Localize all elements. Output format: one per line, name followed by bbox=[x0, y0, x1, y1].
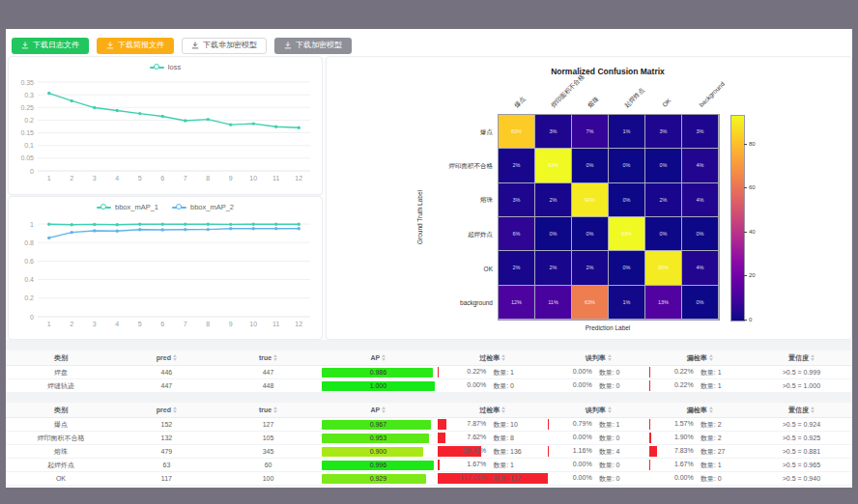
column-header-true[interactable]: true bbox=[217, 403, 319, 418]
cell-misjudge-rate: 1.16%数量: 4 bbox=[548, 445, 649, 459]
column-header-漏检率[interactable]: 漏检率 bbox=[649, 403, 751, 418]
column-header-pred[interactable]: pred bbox=[116, 403, 217, 418]
sort-icon[interactable] bbox=[811, 354, 815, 361]
column-label: 熔珠 bbox=[586, 95, 602, 110]
cell-true: 105 bbox=[217, 432, 319, 445]
table-row: 焊缝轨迹4474481.0000.00%数量: 00.00%数量: 00.22%… bbox=[6, 379, 852, 393]
heatmap-cell: 93% bbox=[609, 217, 644, 250]
download-encrypted-model-button[interactable]: 下载加密模型 bbox=[274, 38, 352, 54]
column-header-过检率[interactable]: 过检率 bbox=[438, 350, 548, 366]
rate-count: 数量: 0 bbox=[599, 381, 634, 391]
sort-up-icon bbox=[709, 354, 713, 357]
loss-chart-card: loss 00.050.10.150.20.250.30.35123456789… bbox=[8, 56, 323, 195]
rate-percent: 117.00% bbox=[457, 474, 486, 484]
heatmap-cell: 12% bbox=[499, 286, 534, 319]
cell-overdetect-rate: 7.62%数量: 8 bbox=[438, 432, 548, 445]
sort-icon[interactable] bbox=[501, 406, 505, 413]
cell-true: 345 bbox=[217, 445, 319, 459]
colorbar-tick-label: 40 bbox=[749, 229, 756, 235]
sort-icon[interactable] bbox=[173, 354, 177, 361]
heatmap-cell: 13% bbox=[645, 286, 681, 319]
y-tick-label: 1 bbox=[30, 221, 34, 228]
column-header-AP[interactable]: AP bbox=[319, 350, 438, 366]
sort-icon[interactable] bbox=[273, 406, 277, 413]
x-tick-label: 11 bbox=[272, 321, 279, 327]
legend-label: bbox_mAP_2 bbox=[190, 203, 234, 211]
cell-confidence: >0.5 = 0.881 bbox=[751, 445, 852, 459]
legend-item-loss[interactable]: loss bbox=[150, 63, 181, 71]
column-header-误判率[interactable]: 误判率 bbox=[548, 403, 649, 418]
cell-pred: 132 bbox=[116, 432, 217, 445]
x-tick-label: 10 bbox=[249, 321, 257, 327]
cell-pred: 446 bbox=[116, 366, 217, 379]
ap-value: 0.929 bbox=[322, 474, 435, 484]
rate-percent: 0.22% bbox=[665, 368, 694, 378]
sort-icon[interactable] bbox=[608, 354, 612, 361]
rate-percent: 0.00% bbox=[563, 434, 592, 443]
x-tick-label: 10 bbox=[249, 175, 257, 182]
legend-item-bbox_mAP_2[interactable]: bbox_mAP_2 bbox=[172, 203, 234, 211]
rate-text: 0.00%数量: 0 bbox=[440, 381, 546, 391]
column-header-置信度[interactable]: 置信度 bbox=[751, 403, 852, 418]
sort-down-icon bbox=[273, 410, 277, 413]
colorbar-tick-mark bbox=[744, 144, 747, 145]
loss-line-chart: 00.050.10.150.20.250.30.3512345678910111… bbox=[9, 57, 322, 194]
column-header-漏检率[interactable]: 漏检率 bbox=[649, 350, 751, 366]
heatmap-cell: 90% bbox=[645, 251, 681, 284]
header-label: pred bbox=[157, 354, 171, 361]
rate-percent: 0.00% bbox=[457, 381, 486, 391]
sort-up-icon bbox=[173, 354, 177, 357]
legend-marker-icon bbox=[172, 204, 186, 210]
heatmap-cell: 0% bbox=[535, 217, 571, 250]
data-point bbox=[161, 115, 164, 118]
cell-overdetect-rate: 39.42%数量: 136 bbox=[438, 445, 548, 459]
cell-misjudge-rate: 0.00%数量: 0 bbox=[548, 432, 649, 445]
cell-miss-rate: 1.67%数量: 1 bbox=[649, 459, 751, 472]
sort-icon[interactable] bbox=[173, 406, 177, 413]
heatmap-cell: 90% bbox=[572, 183, 608, 216]
heatmap-cell: 1% bbox=[609, 115, 644, 148]
sort-icon[interactable] bbox=[709, 406, 713, 413]
row-label: background bbox=[327, 299, 493, 306]
x-tick-label: 12 bbox=[295, 321, 302, 327]
sort-up-icon bbox=[501, 406, 505, 409]
sort-icon[interactable] bbox=[811, 406, 815, 413]
heatmap-cell: 11% bbox=[535, 286, 571, 319]
column-header-true[interactable]: true bbox=[217, 350, 319, 366]
download-log-button[interactable]: 下载日志文件 bbox=[12, 38, 89, 54]
cell-ap: 1.000 bbox=[319, 379, 438, 393]
download-report-button[interactable]: 下载简报文件 bbox=[97, 38, 174, 54]
header-label: AP bbox=[371, 406, 381, 413]
sort-up-icon bbox=[811, 406, 815, 409]
rate-text: 0.79%数量: 1 bbox=[550, 420, 647, 430]
column-header-过检率[interactable]: 过检率 bbox=[438, 403, 548, 418]
cell-true: 60 bbox=[217, 459, 319, 472]
heatmap-cell: 0% bbox=[609, 251, 644, 284]
sort-icon[interactable] bbox=[608, 406, 612, 413]
header-cell: 置信度 bbox=[751, 406, 852, 415]
header-label: 误判率 bbox=[586, 353, 606, 363]
sort-icon[interactable] bbox=[501, 354, 505, 361]
rate-text: 0.00%数量: 0 bbox=[651, 474, 749, 484]
data-point bbox=[298, 223, 300, 226]
sort-icon[interactable] bbox=[382, 406, 386, 413]
data-point bbox=[184, 228, 186, 231]
header-cell: AP bbox=[319, 406, 438, 413]
download-plain-model-button[interactable]: 下载非加密模型 bbox=[182, 38, 267, 54]
sort-up-icon bbox=[811, 354, 815, 357]
row-label: OK bbox=[327, 266, 493, 272]
legend-item-bbox_mAP_1[interactable]: bbox_mAP_1 bbox=[97, 203, 158, 211]
cell-pred: 447 bbox=[116, 379, 217, 393]
column-header-pred[interactable]: pred bbox=[116, 350, 217, 366]
column-header-AP[interactable]: AP bbox=[319, 403, 438, 418]
header-cell: AP bbox=[319, 354, 438, 361]
sort-icon[interactable] bbox=[273, 354, 277, 361]
sort-icon[interactable] bbox=[382, 354, 386, 361]
sort-icon[interactable] bbox=[709, 354, 713, 361]
column-header-误判率[interactable]: 误判率 bbox=[548, 350, 649, 366]
column-header-置信度[interactable]: 置信度 bbox=[751, 350, 852, 366]
cell-confidence: >0.5 = 0.940 bbox=[751, 472, 852, 486]
heatmap-cell: 2% bbox=[499, 251, 534, 284]
y-tick-label: 0.3 bbox=[24, 92, 34, 98]
rate-count: 数量: 0 bbox=[701, 474, 735, 484]
